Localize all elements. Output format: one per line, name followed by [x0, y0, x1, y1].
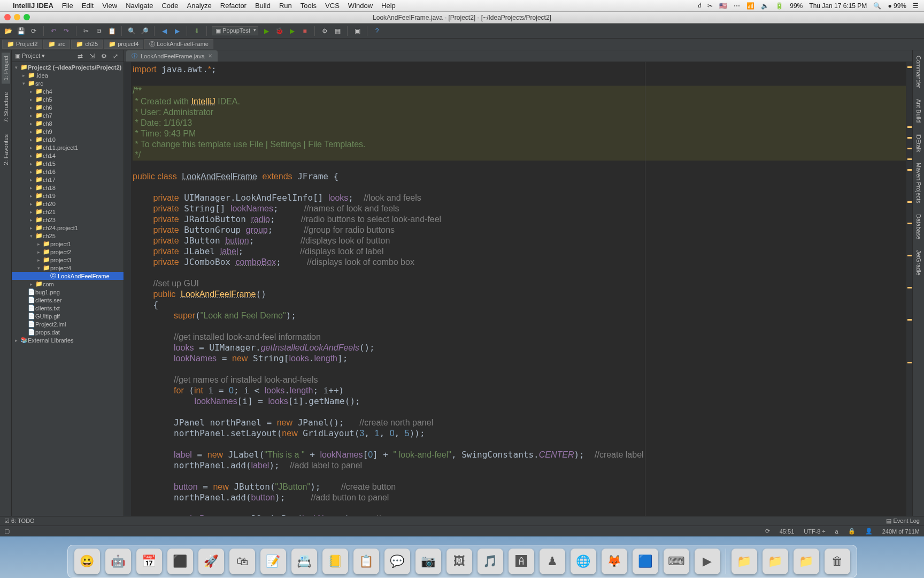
- run-icon[interactable]: ▶: [261, 26, 271, 36]
- tree-node[interactable]: ▸📁project3: [12, 256, 124, 264]
- menu-file[interactable]: File: [62, 2, 73, 10]
- tree-node[interactable]: ▸📁ch20: [12, 200, 124, 208]
- quicktime-icon[interactable]: ▶: [695, 549, 720, 574]
- hector-icon[interactable]: 👤: [865, 528, 873, 535]
- close-tab-icon[interactable]: ✕: [208, 53, 212, 59]
- hide-panel-icon[interactable]: ⤢: [111, 51, 120, 61]
- tree-node[interactable]: ▾📁ch25: [12, 232, 124, 240]
- tree-node[interactable]: ⓒLookAndFeelFrame: [12, 272, 124, 280]
- menu-vcs[interactable]: VCS: [325, 2, 340, 10]
- insert-mode-icon[interactable]: a: [835, 528, 838, 535]
- downloads-icon[interactable]: 📁: [794, 549, 819, 574]
- menu-analyze[interactable]: Analyze: [187, 2, 212, 10]
- tree-node[interactable]: ▸📁ch17: [12, 176, 124, 184]
- tree-node[interactable]: 📄bug1.png: [12, 288, 124, 296]
- tree-node[interactable]: ▸📁ch4: [12, 87, 124, 95]
- contacts-icon[interactable]: 📇: [291, 549, 317, 574]
- tree-node[interactable]: ▸📁ch23: [12, 216, 124, 224]
- tree-node[interactable]: 📄props.dat: [12, 328, 124, 336]
- bash-icon[interactable]: ⌨: [664, 549, 689, 574]
- tree-node[interactable]: ▸📁ch8: [12, 119, 124, 127]
- messages-icon[interactable]: 💬: [384, 549, 410, 574]
- folder2-icon[interactable]: 📁: [763, 549, 788, 574]
- close-window-button[interactable]: [4, 14, 11, 20]
- tree-node[interactable]: ▸📁ch16: [12, 168, 124, 176]
- right-tab[interactable]: Commander: [914, 52, 923, 92]
- menu-code[interactable]: Code: [161, 2, 178, 10]
- calendar-icon[interactable]: 📅: [136, 549, 162, 574]
- scroll-from-source-icon[interactable]: ⇄: [75, 51, 85, 61]
- firefox-icon[interactable]: 🦊: [602, 549, 627, 574]
- caret-position[interactable]: 45:51: [780, 528, 795, 535]
- tree-node[interactable]: ▸📁ch6: [12, 103, 124, 111]
- right-tab[interactable]: IDEtalk: [914, 130, 923, 155]
- menubar-extra-d-icon[interactable]: d: [698, 2, 701, 10]
- tree-node[interactable]: ▸📁ch11.project1: [12, 143, 124, 151]
- menu-build[interactable]: Build: [255, 2, 271, 10]
- menubar-notification-icon[interactable]: ☰: [913, 2, 919, 10]
- tree-node[interactable]: ▸📚External Libraries: [12, 336, 124, 344]
- editor-tab[interactable]: ⓙ LookAndFeelFrame.java ✕: [126, 50, 218, 62]
- menu-window[interactable]: Window: [348, 2, 373, 10]
- breadcrumb-item[interactable]: 📁 src: [43, 40, 70, 49]
- tree-node[interactable]: ▸📁project2: [12, 248, 124, 256]
- open-file-icon[interactable]: 📂: [3, 26, 13, 36]
- notes-icon[interactable]: 📒: [322, 549, 348, 574]
- textedit-icon[interactable]: 📝: [260, 549, 286, 574]
- tree-node[interactable]: ▸📁ch7: [12, 111, 124, 119]
- menu-tools[interactable]: Tools: [301, 2, 317, 10]
- stickies-icon[interactable]: 📋: [353, 549, 379, 574]
- redo-icon[interactable]: ↷: [61, 26, 71, 36]
- breadcrumb-item[interactable]: 📁 ch25: [71, 40, 103, 49]
- find-icon[interactable]: 🔍: [127, 26, 136, 36]
- project-structure-icon[interactable]: ▦: [333, 26, 342, 36]
- menu-run[interactable]: Run: [279, 2, 292, 10]
- right-tab[interactable]: Ant Build: [914, 96, 923, 126]
- photos-icon[interactable]: 🖼: [446, 549, 472, 574]
- panel-settings-icon[interactable]: ⚙: [99, 51, 109, 61]
- breadcrumb-item[interactable]: 📁 Project2: [2, 40, 42, 49]
- tree-node[interactable]: ▸📁ch5: [12, 95, 124, 103]
- left-tab[interactable]: 7: Structure: [2, 89, 10, 126]
- chess-icon[interactable]: ♟: [540, 549, 565, 574]
- folder1-icon[interactable]: 📁: [732, 549, 757, 574]
- intellij-icon[interactable]: 🟦: [633, 549, 658, 574]
- menubar-battery-icon[interactable]: 🔋: [775, 2, 783, 10]
- project-view-selector[interactable]: ▣ Project ▾: [15, 52, 45, 59]
- code-editor[interactable]: import java.awt.*; /** * Created with In…: [132, 62, 906, 516]
- automator-icon[interactable]: 🤖: [105, 549, 131, 574]
- status-process-icon[interactable]: ⟳: [765, 528, 770, 535]
- error-stripe[interactable]: [906, 62, 912, 516]
- run-config-dropdown[interactable]: ▣ PopupTest: [212, 26, 258, 35]
- menu-navigate[interactable]: Navigate: [126, 2, 153, 10]
- chrome-icon[interactable]: 🌐: [571, 549, 596, 574]
- itunes-icon[interactable]: 🎵: [478, 549, 503, 574]
- menu-view[interactable]: View: [102, 2, 117, 10]
- tree-node[interactable]: ▾📁project4: [12, 264, 124, 272]
- todo-tool-button[interactable]: ☑ 6: TODO: [4, 518, 35, 524]
- menubar-extra-scissors-icon[interactable]: ✂: [707, 2, 713, 10]
- tree-node[interactable]: ▾📁src: [12, 79, 124, 87]
- menubar-spotlight-icon[interactable]: 🔍: [873, 2, 881, 10]
- menubar-flag-icon[interactable]: 🇺🇸: [719, 2, 727, 10]
- tree-node[interactable]: ▸📁project1: [12, 240, 124, 248]
- tree-node[interactable]: ▸📁ch15: [12, 159, 124, 168]
- right-tab[interactable]: Maven Projects: [914, 159, 923, 207]
- terminal-icon[interactable]: ⬛: [167, 549, 193, 574]
- menu-refactor[interactable]: Refactor: [220, 2, 247, 10]
- appstore2-icon[interactable]: 🅰: [509, 549, 534, 574]
- tree-node[interactable]: ▾📁Project2 (~/IdeaProjects/Project2): [12, 63, 124, 71]
- tree-node[interactable]: ▸📁com: [12, 280, 124, 288]
- tree-node[interactable]: ▸📁.idea: [12, 71, 124, 79]
- tree-node[interactable]: 📄clients.txt: [12, 304, 124, 312]
- tree-node[interactable]: ▸📁ch24.project1: [12, 224, 124, 232]
- tree-node[interactable]: ▸📁ch9: [12, 127, 124, 135]
- launchpad-icon[interactable]: 🚀: [198, 549, 224, 574]
- trash-icon[interactable]: 🗑: [825, 549, 850, 574]
- sync-icon[interactable]: ⟳: [29, 26, 38, 36]
- stop-icon[interactable]: ■: [300, 26, 310, 36]
- settings-icon2[interactable]: ⚙: [320, 26, 329, 36]
- forward-icon[interactable]: ▶: [172, 26, 182, 36]
- sdk-icon[interactable]: ▣: [352, 26, 362, 36]
- lock-icon[interactable]: 🔒: [848, 528, 856, 535]
